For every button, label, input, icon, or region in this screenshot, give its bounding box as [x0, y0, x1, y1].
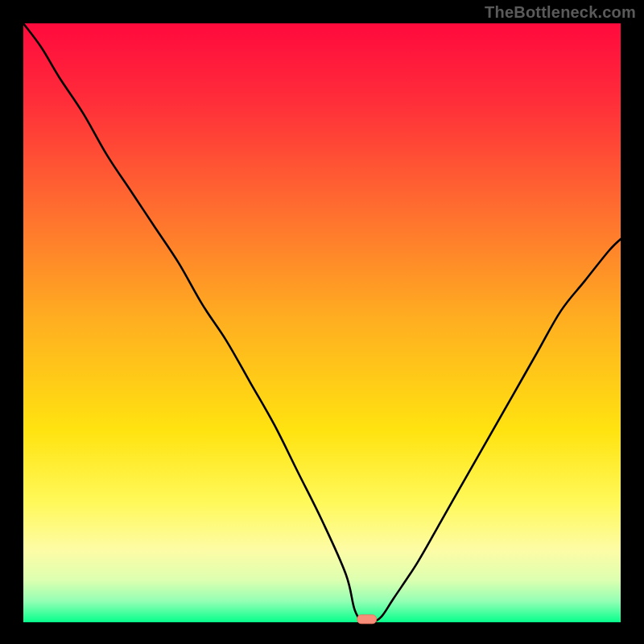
plot-background — [23, 23, 621, 622]
chart-frame: { "watermark": "TheBottleneck.com", "col… — [0, 0, 644, 644]
optimal-marker — [357, 615, 377, 624]
bottleneck-chart — [0, 0, 644, 644]
watermark-text: TheBottleneck.com — [485, 3, 636, 22]
